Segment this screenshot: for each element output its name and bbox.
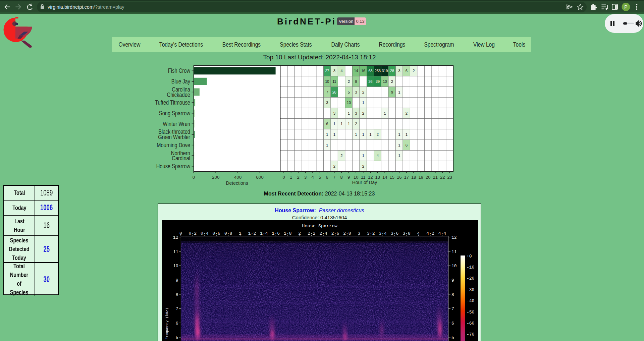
svg-text:3: 3	[355, 111, 357, 115]
svg-text:6: 6	[406, 69, 408, 73]
svg-text:6: 6	[326, 122, 328, 126]
svg-text:1·6: 1·6	[272, 231, 280, 236]
svg-text:6: 6	[326, 175, 328, 180]
svg-text:2: 2	[377, 132, 379, 136]
svg-text:Chickadee: Chickadee	[167, 91, 190, 98]
svg-text:10: 10	[347, 101, 351, 105]
svg-text:400: 400	[234, 175, 242, 180]
svg-text:6: 6	[451, 321, 454, 326]
svg-text:6: 6	[176, 321, 178, 326]
svg-text:21: 21	[433, 175, 437, 180]
svg-text:6: 6	[406, 143, 408, 147]
svg-text:1: 1	[369, 132, 371, 136]
svg-text:20: 20	[426, 175, 430, 180]
svg-text:2: 2	[362, 90, 364, 94]
svg-text:27: 27	[325, 69, 329, 73]
svg-text:1: 1	[362, 154, 364, 158]
svg-text:5: 5	[176, 335, 178, 340]
svg-text:2: 2	[362, 164, 364, 168]
svg-text:11: 11	[451, 249, 457, 254]
svg-text:2·6: 2·6	[331, 231, 339, 236]
svg-text:14: 14	[354, 69, 358, 73]
svg-text:1: 1	[340, 122, 342, 126]
svg-text:2·8: 2·8	[343, 231, 351, 236]
svg-text:17: 17	[404, 175, 409, 180]
svg-text:12: 12	[173, 235, 178, 240]
svg-text:16: 16	[361, 69, 365, 73]
svg-text:5: 5	[319, 175, 321, 180]
svg-text:12: 12	[451, 235, 457, 240]
svg-text:39: 39	[376, 79, 380, 83]
svg-text:1·8: 1·8	[284, 231, 291, 236]
svg-text:2: 2	[340, 154, 342, 158]
svg-text:28: 28	[390, 69, 394, 73]
svg-text:18: 18	[411, 175, 416, 180]
svg-text:23: 23	[447, 175, 452, 180]
svg-text:1: 1	[398, 132, 400, 136]
svg-text:36: 36	[368, 79, 372, 83]
svg-text:9: 9	[176, 278, 178, 283]
svg-text:26: 26	[332, 90, 336, 94]
svg-text:10: 10	[325, 79, 329, 83]
svg-text:2·2: 2·2	[308, 231, 315, 236]
svg-text:2: 2	[406, 111, 408, 115]
svg-text:600: 600	[256, 175, 264, 180]
svg-text:3: 3	[326, 101, 328, 105]
svg-text:3: 3	[333, 111, 335, 115]
svg-text:0·4: 0·4	[201, 231, 209, 236]
svg-text:-30: -30	[467, 287, 474, 292]
svg-text:2: 2	[413, 69, 415, 73]
svg-text:Mourning Dove: Mourning Dove	[157, 142, 190, 148]
svg-text:5: 5	[348, 90, 350, 94]
svg-text:1: 1	[348, 122, 350, 126]
svg-text:0·8: 0·8	[224, 231, 232, 236]
svg-text:253: 253	[375, 69, 381, 73]
svg-text:1: 1	[290, 175, 292, 180]
svg-text:1·2: 1·2	[248, 231, 256, 236]
svg-text:1: 1	[333, 122, 335, 126]
svg-text:virginia.birdnetpi.com/?stream: virginia.birdnetpi.com/?stream=play	[48, 4, 124, 10]
svg-text:15: 15	[389, 175, 394, 180]
svg-text:Top 10 Last Updated: 2022-04-1: Top 10 Last Updated: 2022-04-13 18:12	[263, 54, 376, 61]
svg-text:200: 200	[212, 175, 220, 180]
svg-text:7: 7	[333, 175, 335, 180]
svg-text:-60: -60	[467, 321, 474, 326]
svg-text:13: 13	[375, 175, 380, 180]
svg-text:9: 9	[347, 175, 350, 180]
svg-text:1: 1	[326, 132, 328, 136]
svg-text:11: 11	[361, 175, 366, 180]
svg-text:7: 7	[451, 306, 454, 311]
svg-text:2: 2	[355, 122, 357, 126]
svg-text:12: 12	[368, 175, 373, 180]
svg-text:22: 22	[440, 175, 445, 180]
svg-text:1: 1	[406, 132, 408, 136]
svg-text:Frequency (kHz): Frequency (kHz)	[165, 308, 169, 340]
svg-text:0·6: 0·6	[212, 231, 220, 236]
svg-text:-20: -20	[467, 276, 474, 281]
svg-text:19: 19	[418, 175, 423, 180]
svg-text:2: 2	[298, 231, 301, 236]
svg-text:2: 2	[362, 111, 364, 115]
svg-text:Winter Wren: Winter Wren	[163, 120, 190, 127]
svg-text:-50: -50	[467, 310, 474, 315]
svg-text:10: 10	[354, 175, 358, 180]
svg-text:8: 8	[176, 292, 178, 297]
svg-text:Hour of Day: Hour of Day	[352, 180, 377, 185]
svg-text:14: 14	[382, 175, 387, 180]
svg-text:9: 9	[355, 79, 357, 83]
svg-text:5: 5	[451, 335, 454, 340]
svg-text:0: 0	[179, 231, 182, 236]
svg-text:2: 2	[297, 175, 299, 180]
svg-text:3·8: 3·8	[402, 231, 410, 236]
svg-text:1: 1	[239, 231, 241, 236]
svg-text:+0: +0	[467, 254, 472, 259]
svg-text:House Sparrow: House Sparrow	[302, 224, 337, 229]
svg-text:-10: -10	[467, 265, 474, 270]
svg-text:1: 1	[333, 132, 335, 136]
svg-text:Green Warbler: Green Warbler	[158, 134, 190, 140]
svg-text:11: 11	[332, 79, 336, 83]
svg-text:1: 1	[362, 101, 364, 105]
svg-text:2: 2	[348, 79, 350, 83]
svg-text:7: 7	[176, 306, 178, 311]
svg-text:Blue Jay: Blue Jay	[171, 78, 191, 84]
